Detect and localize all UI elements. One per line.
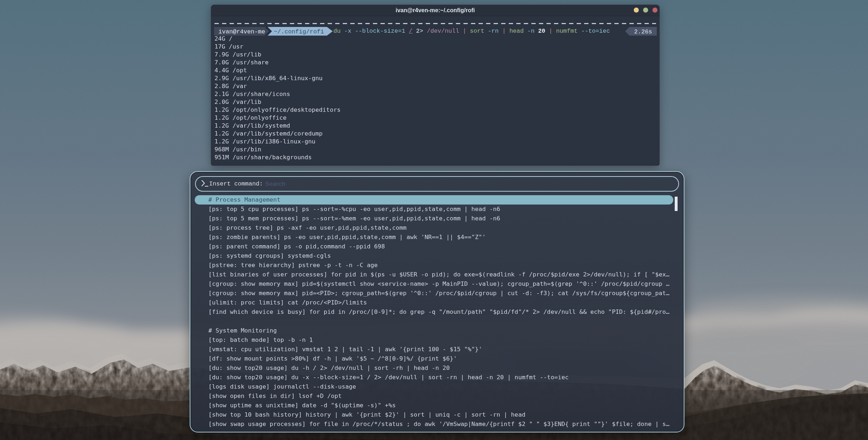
svg-text:ivan@r4ven-me: ivan@r4ven-me (218, 28, 265, 35)
svg-text:~/.config/rofi: ~/.config/rofi (274, 28, 324, 35)
svg-text:2.26s: 2.26s (634, 28, 652, 35)
